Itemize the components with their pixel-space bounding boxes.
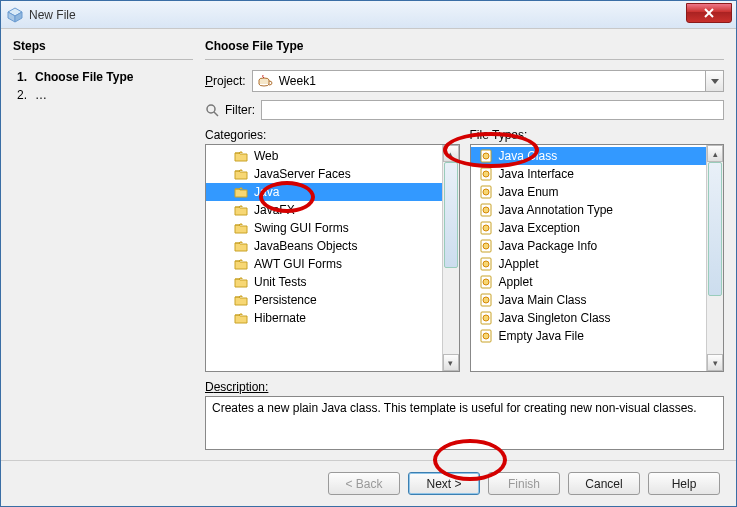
filetypes-listbox[interactable]: Java ClassJava InterfaceJava EnumJava An… — [470, 144, 725, 372]
list-item[interactable]: Java Main Class — [471, 291, 707, 309]
java-file-icon — [479, 257, 493, 271]
filter-row: Filter: — [205, 100, 724, 120]
scrollbar[interactable]: ▴ ▾ — [706, 145, 723, 371]
folder-icon — [234, 257, 248, 271]
svg-point-19 — [483, 243, 489, 249]
categories-listbox[interactable]: WebJavaServer FacesJavaJavaFXSwing GUI F… — [205, 144, 460, 372]
folder-icon — [234, 185, 248, 199]
window-title: New File — [29, 8, 76, 22]
main-panel: Choose File Type Project: Week1 — [205, 39, 724, 450]
svg-point-25 — [483, 297, 489, 303]
project-value: Week1 — [279, 74, 316, 88]
list-item[interactable]: Applet — [471, 273, 707, 291]
description-box: Creates a new plain Java class. This tem… — [205, 396, 724, 450]
list-item-label: AWT GUI Forms — [254, 257, 342, 271]
app-icon — [7, 7, 23, 23]
list-item[interactable]: Java Enum — [471, 183, 707, 201]
list-item[interactable]: Java Package Info — [471, 237, 707, 255]
list-item[interactable]: Web — [206, 147, 442, 165]
project-select[interactable]: Week1 — [252, 70, 724, 92]
svg-point-23 — [483, 279, 489, 285]
scroll-thumb[interactable] — [444, 162, 458, 268]
folder-icon — [234, 311, 248, 325]
button-bar: < Back Next > Finish Cancel Help — [1, 460, 736, 506]
list-item[interactable]: Java Singleton Class — [471, 309, 707, 327]
list-item-label: Hibernate — [254, 311, 306, 325]
list-item-label: Empty Java File — [499, 329, 584, 343]
scroll-down-button[interactable]: ▾ — [707, 354, 723, 371]
svg-point-29 — [483, 333, 489, 339]
close-icon — [704, 8, 714, 18]
filter-input[interactable] — [261, 100, 724, 120]
list-item[interactable]: Empty Java File — [471, 327, 707, 345]
step-number: 2. — [17, 86, 27, 104]
step-label: … — [35, 86, 47, 104]
scroll-down-button[interactable]: ▾ — [443, 354, 459, 371]
list-item[interactable]: Unit Tests — [206, 273, 442, 291]
folder-icon — [234, 203, 248, 217]
svg-point-6 — [207, 105, 215, 113]
svg-point-9 — [483, 153, 489, 159]
java-file-icon — [479, 329, 493, 343]
list-item[interactable]: Persistence — [206, 291, 442, 309]
dialog-window: New File Steps 1. Choose File Type 2. … — [0, 0, 737, 507]
scroll-thumb[interactable] — [708, 162, 722, 296]
list-item[interactable]: Java Interface — [471, 165, 707, 183]
step-item: 1. Choose File Type — [17, 68, 193, 86]
categories-column: Categories: WebJavaServer FacesJavaJavaF… — [205, 128, 460, 372]
list-item-label: JavaBeans Objects — [254, 239, 357, 253]
list-item[interactable]: JApplet — [471, 255, 707, 273]
scroll-up-button[interactable]: ▴ — [443, 145, 459, 162]
step-label: Choose File Type — [35, 68, 133, 86]
java-file-icon — [479, 275, 493, 289]
folder-icon — [234, 239, 248, 253]
cancel-button[interactable]: Cancel — [568, 472, 640, 495]
list-item-label: JavaServer Faces — [254, 167, 351, 181]
list-item[interactable]: Swing GUI Forms — [206, 219, 442, 237]
list-item-label: JavaFX — [254, 203, 295, 217]
list-item[interactable]: AWT GUI Forms — [206, 255, 442, 273]
scroll-up-button[interactable]: ▴ — [707, 145, 723, 162]
chevron-down-icon[interactable] — [705, 71, 723, 91]
divider — [13, 59, 193, 60]
list-item[interactable]: Hibernate — [206, 309, 442, 327]
steps-list: 1. Choose File Type 2. … — [13, 68, 193, 104]
step-number: 1. — [17, 68, 27, 86]
list-item-label: Web — [254, 149, 278, 163]
main-heading: Choose File Type — [205, 39, 724, 53]
java-file-icon — [479, 221, 493, 235]
categories-label: Categories: — [205, 128, 460, 142]
scrollbar[interactable]: ▴ ▾ — [442, 145, 459, 371]
finish-button[interactable]: Finish — [488, 472, 560, 495]
list-item-label: Java Main Class — [499, 293, 587, 307]
project-label: Project: — [205, 74, 246, 88]
list-item[interactable]: Java Class — [471, 147, 707, 165]
back-button[interactable]: < Back — [328, 472, 400, 495]
list-item[interactable]: JavaBeans Objects — [206, 237, 442, 255]
java-file-icon — [479, 239, 493, 253]
divider — [205, 59, 724, 60]
java-file-icon — [479, 185, 493, 199]
folder-icon — [234, 149, 248, 163]
search-icon — [205, 103, 219, 117]
list-item[interactable]: Java — [206, 183, 442, 201]
java-file-icon — [479, 293, 493, 307]
help-button[interactable]: Help — [648, 472, 720, 495]
svg-point-27 — [483, 315, 489, 321]
close-button[interactable] — [686, 3, 732, 23]
list-item-label: Swing GUI Forms — [254, 221, 349, 235]
next-button[interactable]: Next > — [408, 472, 480, 495]
lists-row: Categories: WebJavaServer FacesJavaJavaF… — [205, 128, 724, 372]
list-item-label: Java Annotation Type — [499, 203, 614, 217]
titlebar: New File — [1, 1, 736, 29]
description-text: Creates a new plain Java class. This tem… — [212, 401, 697, 415]
java-file-icon — [479, 311, 493, 325]
list-item-label: Applet — [499, 275, 533, 289]
svg-line-7 — [214, 112, 218, 116]
list-item-label: Persistence — [254, 293, 317, 307]
list-item[interactable]: Java Exception — [471, 219, 707, 237]
list-item[interactable]: JavaServer Faces — [206, 165, 442, 183]
list-item-label: Java Singleton Class — [499, 311, 611, 325]
list-item[interactable]: Java Annotation Type — [471, 201, 707, 219]
list-item[interactable]: JavaFX — [206, 201, 442, 219]
